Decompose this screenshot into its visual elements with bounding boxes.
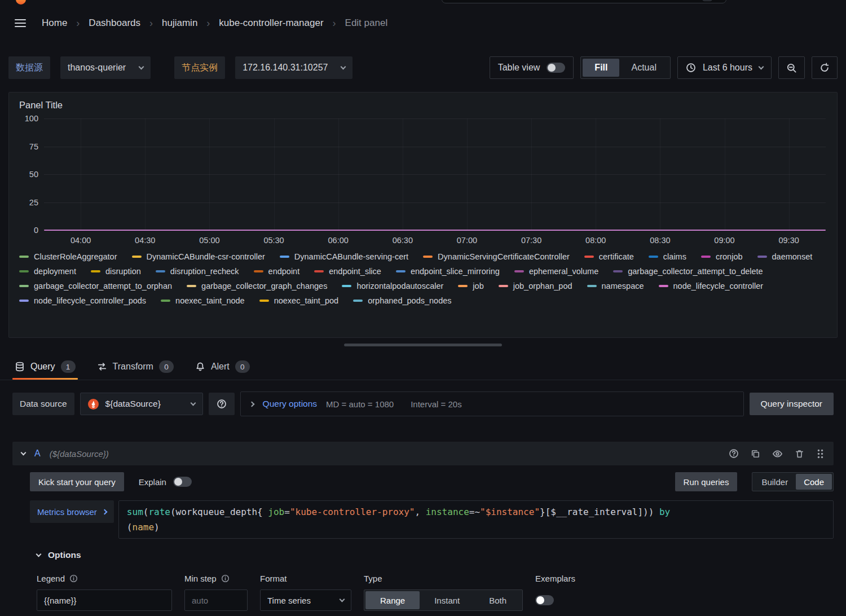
exemplars-field-label: Exemplars — [535, 574, 575, 583]
legend-item[interactable]: endpoint_slice_mirroring — [396, 267, 500, 276]
gridline-vertical — [660, 118, 660, 230]
metrics-browser-button[interactable]: Metrics browser — [30, 500, 114, 523]
legend-item[interactable]: garbage_collector_attempt_to_orphan — [19, 281, 172, 291]
min-step-input[interactable]: auto — [184, 589, 248, 611]
legend-item[interactable]: daemonset — [757, 252, 813, 261]
breadcrumb-item[interactable]: hujiamin — [162, 17, 197, 29]
kick-start-button[interactable]: Kick start your query — [30, 472, 124, 491]
query-row-actions — [729, 448, 825, 459]
legend-item[interactable]: ephemeral_volume — [514, 267, 598, 276]
legend-series-name: job_orphan_pod — [513, 281, 572, 291]
trash-icon[interactable] — [795, 449, 804, 459]
search-input[interactable] — [442, 0, 726, 3]
query-options-header[interactable]: Query options MD = auto = 1080 Interval … — [240, 391, 744, 416]
panel-title[interactable]: Panel Title — [9, 93, 837, 113]
legend-item[interactable]: job_orphan_pod — [499, 281, 572, 291]
datasource-help-button[interactable] — [209, 393, 235, 415]
breadcrumb-item[interactable]: kube-controller-manager — [219, 17, 323, 29]
display-mode-fill[interactable]: Fill — [583, 59, 619, 77]
query-options-label[interactable]: Query options — [263, 399, 318, 409]
display-mode-actual[interactable]: Actual — [619, 59, 668, 77]
legend-series-name: horizontalpodautoscaler — [356, 281, 443, 291]
legend-item[interactable]: cronjob — [701, 252, 743, 261]
legend-item[interactable]: DynamicServingCertificateController — [423, 252, 570, 261]
run-queries-button[interactable]: Run queries — [675, 472, 738, 491]
tab-transform[interactable]: Transform0 — [95, 354, 176, 380]
options-section-toggle[interactable]: Options — [30, 550, 829, 560]
legend-item[interactable]: namespace — [587, 281, 644, 291]
legend-item[interactable]: DynamicCABundle-serving-cert — [280, 252, 408, 261]
legend-series-swatch — [259, 300, 269, 302]
resize-handle[interactable] — [344, 344, 502, 346]
promql-line: sum(rate(workqueue_depth{ job="kube-cont… — [127, 504, 825, 520]
legend-item[interactable]: horizontalpodautoscaler — [342, 281, 443, 291]
collapse-chevron-icon[interactable] — [21, 450, 27, 455]
editor-mode-builder[interactable]: Builder — [754, 474, 796, 490]
legend-series-swatch — [514, 270, 524, 272]
legend-series-swatch — [757, 256, 767, 258]
tab-query[interactable]: Query1 — [12, 354, 78, 380]
zoom-out-button[interactable] — [778, 56, 805, 79]
time-range-picker[interactable]: Last 6 hours — [677, 56, 772, 79]
legend-series-swatch — [161, 300, 170, 302]
promql-token: ( — [170, 507, 176, 517]
datasource-picker[interactable]: ${dataSource} — [80, 393, 203, 415]
legend-item[interactable]: node_lifecycle_controller — [659, 281, 764, 291]
breadcrumb-item[interactable]: Dashboards — [89, 17, 140, 29]
variable-select[interactable]: thanos-querier — [60, 56, 151, 79]
format-select-value: Time series — [267, 596, 311, 605]
query-type-range[interactable]: Range — [365, 591, 420, 609]
drag-handle-icon[interactable] — [816, 449, 825, 459]
legend-input[interactable]: {{name}} — [37, 589, 172, 611]
query-type-both[interactable]: Both — [474, 591, 521, 609]
legend-series-name: orphaned_pods_nodes — [368, 296, 451, 305]
metrics-browser-label: Metrics browser — [37, 507, 97, 517]
promql-editor[interactable]: sum(rate(workqueue_depth{ job="kube-cont… — [118, 500, 834, 539]
grafana-logo-icon[interactable] — [12, 0, 29, 5]
breadcrumb-item[interactable]: Home — [42, 17, 67, 29]
editor-mode-code[interactable]: Code — [796, 474, 832, 490]
table-view-switch[interactable] — [547, 63, 565, 73]
legend-item[interactable]: DynamicCABundle-csr-controller — [132, 252, 265, 261]
query-row-header[interactable]: A (${dataSource}) — [12, 442, 834, 465]
legend-series-swatch — [187, 285, 196, 287]
legend-item[interactable]: ClusterRoleAggregator — [19, 252, 117, 261]
legend-item[interactable]: claims — [649, 252, 686, 261]
legend-item[interactable]: noexec_taint_pod — [259, 296, 339, 305]
legend-item[interactable]: disruption — [91, 267, 141, 276]
legend-item[interactable]: orphaned_pods_nodes — [353, 296, 451, 305]
help-icon[interactable] — [729, 448, 739, 459]
eye-icon[interactable] — [772, 448, 783, 459]
promql-token: ) — [154, 522, 160, 533]
gridline-vertical — [81, 118, 81, 230]
chart-plot-area — [44, 118, 826, 230]
legend-series-name: daemonset — [772, 252, 813, 261]
variable-select[interactable]: 172.16.140.31:10257 — [235, 56, 352, 79]
query-inspector-button[interactable]: Query inspector — [750, 393, 834, 415]
legend-item[interactable]: noexec_taint_node — [161, 296, 245, 305]
legend-item[interactable]: endpoint_slice — [314, 267, 381, 276]
duplicate-icon[interactable] — [751, 449, 760, 459]
promql-token: job — [268, 507, 284, 517]
tab-alert[interactable]: Alert0 — [193, 354, 252, 380]
exemplars-switch[interactable] — [535, 595, 554, 605]
gridline-vertical — [209, 118, 210, 230]
legend-item[interactable]: endpoint — [254, 267, 300, 276]
promql-token: sum — [127, 507, 143, 517]
legend-item[interactable]: certificate — [584, 252, 634, 261]
query-type-instant[interactable]: Instant — [420, 591, 474, 609]
table-view-toggle[interactable]: Table view — [490, 56, 574, 79]
format-select[interactable]: Time series — [260, 589, 351, 611]
legend-item[interactable]: garbage_collector_attempt_to_delete — [613, 267, 763, 276]
legend-item[interactable]: disruption_recheck — [156, 267, 239, 276]
legend-item[interactable]: node_lifecycle_controller_pods — [19, 296, 146, 305]
explain-switch[interactable] — [173, 477, 192, 487]
variable-group: 数据源thanos-querier — [8, 56, 151, 79]
legend-series-name: certificate — [599, 252, 634, 261]
legend-item[interactable]: deployment — [19, 267, 76, 276]
legend-item[interactable]: job — [458, 281, 483, 291]
menu-icon[interactable] — [15, 19, 26, 27]
transform-icon — [97, 362, 107, 372]
legend-item[interactable]: garbage_collector_graph_changes — [187, 281, 327, 291]
refresh-button[interactable] — [812, 56, 838, 79]
